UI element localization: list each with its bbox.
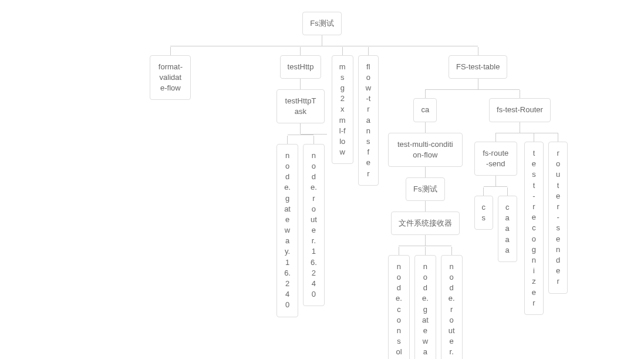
node-router-240-b: node.router.16.240 xyxy=(441,255,463,359)
node-router-sender: router-sender xyxy=(548,142,568,293)
node-testhttp: testHttp xyxy=(280,55,322,79)
node-fs2: Fs测试 xyxy=(406,177,444,201)
node-flow-transfer: flow-transfer xyxy=(358,55,379,186)
node-ca: ca xyxy=(413,98,437,122)
node-testhttptask: testHttpTask xyxy=(277,89,325,123)
node-fs-route-send: fs-route-send xyxy=(474,142,517,176)
node-format-validate: format-validate-flow xyxy=(150,55,191,100)
node-cs: cs xyxy=(474,196,493,230)
node-msg2xml: msg2xml-flow xyxy=(332,55,353,165)
node-fs-test-table: FS-test-table xyxy=(449,55,507,79)
node-test-recognizer: test-recognizer xyxy=(524,142,544,315)
node-receiver: 文件系统接收器 xyxy=(391,212,460,235)
node-gateway: node.gateway xyxy=(414,255,436,359)
node-multi-condition: test-multi-condition-flow xyxy=(388,133,463,167)
node-gateway-240: node.gateway.16.240 xyxy=(277,144,298,317)
root-node: Fs测试 xyxy=(302,12,341,35)
node-console: node.console xyxy=(388,255,410,359)
tree-diagram: Fs测试 xyxy=(69,12,575,359)
node-fs-test-router: fs-test-Router xyxy=(489,98,551,122)
node-router-240: node.router.16.240 xyxy=(303,144,325,307)
node-caaaa: caaaa xyxy=(498,196,517,262)
